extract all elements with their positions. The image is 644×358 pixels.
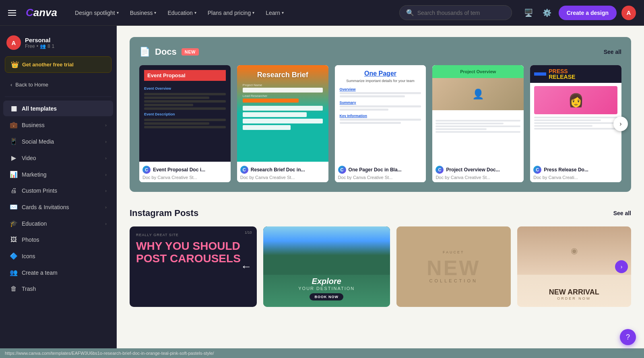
sidebar-item-photos[interactable]: 🖼 Photos bbox=[3, 232, 113, 247]
template-info-project-overview: C Project Overview Doc... Doc by Canva C… bbox=[432, 162, 524, 182]
arrow-left-icon: ‹ bbox=[10, 82, 12, 88]
sidebar-item-video[interactable]: ▶ Video › bbox=[3, 150, 113, 166]
instagram-card-new-arrival[interactable]: ◉ NEW ARRIVAL ORDER NOW bbox=[517, 226, 632, 307]
grid-icon: ▦ bbox=[10, 105, 18, 112]
explore-text: Explore bbox=[298, 277, 355, 286]
project-overview-thumbnail: Project Overview 👤 Project Name bbox=[432, 65, 524, 162]
chevron-right-icon: › bbox=[105, 188, 107, 193]
nav-learn[interactable]: Learn ▾ bbox=[261, 6, 289, 19]
collection-text: COLLECTION bbox=[427, 278, 480, 283]
chevron-right-icon: › bbox=[105, 123, 107, 128]
docs-next-arrow[interactable]: › bbox=[613, 117, 628, 131]
instagram-next-arrow[interactable]: › bbox=[615, 260, 628, 273]
avatar[interactable]: A bbox=[621, 6, 636, 20]
instagram-see-all-link[interactable]: See all bbox=[613, 210, 631, 216]
instagram-title: Instagram Posts bbox=[130, 208, 198, 218]
canva-logo-small: C bbox=[338, 166, 346, 174]
business-icon: 💼 bbox=[10, 121, 18, 129]
sidebar: A Personal Free • 👥 8 1 👑 Get another fr… bbox=[0, 26, 117, 358]
template-name: Project Overview Doc... bbox=[446, 167, 500, 173]
sidebar-item-icons[interactable]: 🔷 Icons bbox=[3, 248, 113, 264]
sidebar-item-custom-prints[interactable]: 🖨 Custom Prints › bbox=[3, 183, 113, 198]
instagram-grid: REALLY GREAT SITE 1/10 WHY YOU SHOULD PO… bbox=[130, 226, 631, 307]
crown-icon: 👑 bbox=[11, 61, 19, 68]
nav-plans-pricing[interactable]: Plans and pricing ▾ bbox=[203, 6, 259, 19]
research-brief-thumbnail: Research Brief Project Name Lead Researc… bbox=[237, 65, 328, 162]
template-author: Doc by Canva Creative St... bbox=[338, 175, 423, 180]
user-name: Personal bbox=[25, 37, 54, 43]
followers-icon: 👥 bbox=[40, 43, 46, 49]
back-to-home-button[interactable]: ‹ Back to Home bbox=[5, 78, 111, 92]
template-card-research-brief[interactable]: Research Brief Project Name Lead Researc… bbox=[237, 65, 328, 182]
nav-education[interactable]: Education ▾ bbox=[163, 6, 201, 19]
search-input[interactable] bbox=[417, 10, 505, 16]
template-info-research-brief: C Research Brief Doc in... Doc by Canva … bbox=[237, 162, 328, 182]
docs-see-all-link[interactable]: See all bbox=[604, 49, 621, 55]
chevron-down-icon: ▾ bbox=[194, 10, 196, 15]
chevron-down-icon: ▾ bbox=[252, 10, 254, 15]
template-card-event-proposal[interactable]: Event Proposal Event Overview Event Desc… bbox=[139, 65, 231, 182]
template-name: Research Brief Doc in... bbox=[251, 167, 305, 173]
template-card-press-release[interactable]: PRESS RELEASE 👩 bbox=[530, 65, 621, 182]
sidebar-item-cards-invitations[interactable]: ✉️ Cards & Invitations › bbox=[3, 199, 113, 215]
print-icon: 🖨 bbox=[10, 187, 18, 194]
main-content: 📄 Docs NEW See all Event Proposal Event … bbox=[117, 26, 644, 358]
help-button[interactable]: ? bbox=[620, 329, 636, 345]
education-icon: 🎓 bbox=[10, 220, 18, 227]
user-section: A Personal Free • 👥 8 1 bbox=[0, 32, 116, 56]
hamburger-menu[interactable] bbox=[8, 10, 16, 16]
instagram-card-why-post[interactable]: REALLY GREAT SITE 1/10 WHY YOU SHOULD PO… bbox=[130, 226, 257, 307]
docs-icon: 📄 bbox=[139, 47, 150, 57]
docs-title-area: 📄 Docs NEW bbox=[139, 47, 199, 57]
chevron-right-icon: › bbox=[105, 221, 107, 226]
top-navigation: Canva Design spotlight ▾ Business ▾ Educ… bbox=[0, 0, 644, 26]
chevron-right-icon: › bbox=[105, 172, 107, 177]
site-label: REALLY GREAT SITE bbox=[136, 233, 250, 237]
photos-icon: 🖼 bbox=[10, 236, 18, 243]
chevron-right-icon: › bbox=[105, 139, 107, 144]
icons-icon: 🔷 bbox=[10, 252, 18, 260]
sidebar-item-education[interactable]: 🎓 Education › bbox=[3, 216, 113, 231]
template-name: Event Proposal Doc i... bbox=[153, 167, 205, 173]
canva-logo-small: C bbox=[436, 166, 444, 174]
nav-icons: 🖥️ ⚙️ Create a design A bbox=[522, 6, 636, 20]
template-info-event-proposal: C Event Proposal Doc i... Doc by Canva C… bbox=[139, 162, 231, 182]
search-bar[interactable]: 🔍 bbox=[399, 5, 512, 20]
instagram-card-new-collection[interactable]: FAUCET NEW COLLECTION bbox=[396, 226, 511, 307]
display-icon-button[interactable]: 🖥️ bbox=[522, 6, 535, 20]
video-icon: ▶ bbox=[10, 154, 18, 162]
cards-icon: ✉️ bbox=[10, 203, 18, 211]
docs-header: 📄 Docs NEW See all bbox=[139, 47, 621, 57]
sidebar-item-trash[interactable]: 🗑 Trash bbox=[3, 281, 113, 296]
instagram-section: Instagram Posts See all REALLY GREAT SIT… bbox=[130, 208, 631, 307]
template-author: Doc by Canva Creative St... bbox=[142, 175, 227, 180]
canva-logo-small: C bbox=[240, 166, 248, 174]
nav-business[interactable]: Business ▾ bbox=[125, 6, 161, 19]
brand-label: FAUCET bbox=[427, 250, 480, 254]
one-pager-thumbnail: One Pager Summarize important details fo… bbox=[335, 65, 426, 162]
chevron-down-icon: ▾ bbox=[117, 10, 119, 15]
marketing-icon: 📊 bbox=[10, 171, 18, 178]
status-bar: https://www.canva.com/templates/EAFW3U6b… bbox=[0, 348, 644, 358]
event-proposal-thumbnail: Event Proposal Event Overview Event Desc… bbox=[139, 65, 231, 162]
template-author: Doc by Canva Creative St... bbox=[436, 175, 520, 180]
sidebar-item-social-media[interactable]: 📱 Social Media › bbox=[3, 134, 113, 149]
create-design-button[interactable]: Create a design bbox=[559, 6, 617, 20]
nav-design-spotlight[interactable]: Design spotlight ▾ bbox=[70, 6, 124, 19]
get-trial-button[interactable]: 👑 Get another free trial bbox=[5, 56, 111, 73]
instagram-card-explore[interactable]: Explore Your Destination BOOK NOW bbox=[263, 226, 390, 307]
nav-links: Design spotlight ▾ Business ▾ Education … bbox=[70, 6, 390, 19]
template-card-project-overview[interactable]: Project Overview 👤 Project Name bbox=[432, 65, 524, 182]
settings-icon-button[interactable]: ⚙️ bbox=[540, 6, 554, 20]
search-icon: 🔍 bbox=[406, 9, 414, 16]
sidebar-item-create-team[interactable]: 👥 Create a team bbox=[3, 265, 113, 280]
sidebar-item-all-templates[interactable]: ▦ All templates bbox=[3, 101, 113, 116]
book-now-button[interactable]: BOOK NOW bbox=[310, 293, 343, 300]
template-card-one-pager[interactable]: One Pager Summarize important details fo… bbox=[335, 65, 426, 182]
sidebar-item-business[interactable]: 💼 Business › bbox=[3, 117, 113, 133]
canva-logo-small: C bbox=[142, 166, 151, 174]
docs-section: 📄 Docs NEW See all Event Proposal Event … bbox=[130, 37, 631, 192]
sidebar-item-marketing[interactable]: 📊 Marketing › bbox=[3, 167, 113, 182]
social-icon: 📱 bbox=[10, 138, 18, 145]
card-content: NEW ARRIVAL ORDER NOW bbox=[517, 226, 632, 307]
